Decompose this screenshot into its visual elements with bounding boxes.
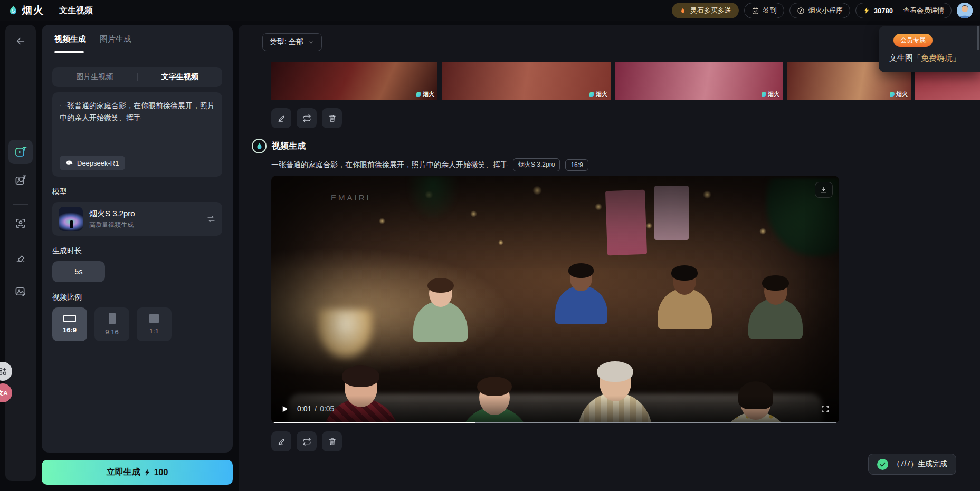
divider bbox=[898, 7, 898, 14]
filter-label: 类型: 全部 bbox=[270, 37, 303, 47]
avatar[interactable] bbox=[957, 3, 973, 18]
tab-video-generation[interactable]: 视频生成 bbox=[54, 34, 86, 53]
llm-chip-label: Deepseek-R1 bbox=[77, 159, 119, 167]
rail-divider bbox=[13, 204, 28, 205]
miniapp-label: 烟火小程序 bbox=[808, 6, 843, 15]
model-name: 烟火S 3.2pro bbox=[89, 209, 135, 219]
watermark-text: 烟火 bbox=[596, 90, 607, 98]
video-section-header: 视频生成 bbox=[252, 139, 306, 153]
nav-image-edit[interactable] bbox=[15, 285, 27, 297]
time-current: 0:01 bbox=[297, 405, 311, 413]
duration-label: 生成时长 bbox=[52, 246, 222, 256]
generation-status-toast: （7/7）生成完成 bbox=[868, 454, 956, 475]
nav-text-to-image[interactable] bbox=[15, 174, 27, 186]
check-icon bbox=[877, 459, 888, 470]
watermark-logo-icon bbox=[890, 92, 895, 97]
prompt-input[interactable]: 一张普通的家庭合影，在你眼前徐徐展开，照片中的亲人开始微笑、挥手 Deepsee… bbox=[52, 92, 222, 177]
result-thumbnail[interactable]: 烟火 bbox=[271, 62, 437, 100]
watermark-logo-icon bbox=[589, 92, 594, 97]
member-detail-link: 查看会员详情 bbox=[903, 6, 944, 15]
result-meta: 一张普通的家庭合影，在你眼前徐徐展开，照片中的亲人开始微笑、挥手 烟火S 3.2… bbox=[271, 158, 588, 171]
mode-toggle: 图片生视频 文字生视频 bbox=[52, 67, 222, 87]
download-button[interactable] bbox=[815, 182, 833, 198]
left-rail bbox=[5, 25, 36, 481]
delete-button[interactable] bbox=[322, 108, 342, 128]
ratio-tag: 16:9 bbox=[565, 159, 588, 171]
checkin-button[interactable]: 签到 bbox=[744, 3, 784, 18]
cost-lightning-icon bbox=[144, 469, 151, 476]
credits-button[interactable]: 30780 查看会员详情 bbox=[855, 3, 952, 18]
duration-option-5s[interactable]: 5s bbox=[52, 261, 105, 282]
member-dropdown-item[interactable]: 文生图「免费嗨玩」 bbox=[889, 53, 980, 63]
model-selector[interactable]: 烟火S 3.2pro 高质量视频生成 bbox=[52, 202, 222, 236]
ratio-9-16-icon bbox=[109, 313, 116, 324]
fullscreen-button[interactable] bbox=[821, 405, 830, 413]
watermark-text: 烟火 bbox=[423, 90, 434, 98]
miniapp-button[interactable]: 烟火小程序 bbox=[789, 3, 850, 18]
type-filter-dropdown[interactable]: 类型: 全部 bbox=[262, 33, 322, 51]
member-line-prefix: 文生图 bbox=[889, 53, 913, 62]
nav-eraser[interactable] bbox=[15, 252, 27, 264]
delete-button[interactable] bbox=[322, 431, 342, 451]
ratio-option-16-9[interactable]: 16:9 bbox=[52, 307, 87, 341]
ratio-1-1-label: 1:1 bbox=[149, 327, 159, 335]
topbar-actions: 灵石多买多送 签到 烟火小程序 30780 查看会员详情 bbox=[672, 3, 973, 18]
generate-cost: 100 bbox=[154, 468, 168, 477]
ratio-label: 视频比例 bbox=[52, 293, 222, 302]
section-title: 视频生成 bbox=[272, 141, 306, 152]
time-separator: / bbox=[315, 405, 317, 413]
whale-icon bbox=[65, 159, 73, 167]
back-button[interactable] bbox=[15, 35, 26, 47]
watermark-text: 烟火 bbox=[768, 90, 779, 98]
member-badge: 会员专属 bbox=[893, 34, 933, 47]
brand[interactable]: 烟火 bbox=[7, 4, 44, 17]
generate-label: 立即生成 bbox=[107, 467, 140, 478]
regenerate-button[interactable] bbox=[297, 431, 317, 451]
mode-text-to-video[interactable]: 文字生视频 bbox=[138, 72, 223, 82]
ratio-16-9-label: 16:9 bbox=[63, 326, 77, 334]
edit-button[interactable] bbox=[271, 431, 291, 451]
play-button[interactable] bbox=[281, 405, 289, 413]
yanhuo-logo-icon bbox=[252, 139, 267, 153]
video-controls: 0:01 / 0:05 bbox=[271, 396, 839, 422]
nav-text-to-video[interactable] bbox=[8, 140, 33, 164]
prompt-text: 一张普通的家庭合影，在你眼前徐徐展开，照片中的亲人开始微笑、挥手 bbox=[60, 100, 215, 124]
nav-face-swap[interactable] bbox=[15, 217, 27, 229]
deepseek-chip[interactable]: Deepseek-R1 bbox=[60, 156, 125, 170]
scrollbar[interactable] bbox=[977, 26, 979, 50]
result-thumbnail[interactable]: 烟火 bbox=[442, 62, 611, 100]
lightning-icon bbox=[863, 7, 870, 14]
image-actions bbox=[271, 108, 342, 128]
mode-image-to-video[interactable]: 图片生视频 bbox=[52, 72, 137, 82]
fire-icon bbox=[679, 7, 687, 14]
promo-button[interactable]: 灵石多买多送 bbox=[672, 3, 739, 18]
panel-tabs: 视频生成 图片生成 bbox=[42, 25, 233, 53]
checkin-label: 签到 bbox=[763, 6, 777, 15]
page-title: 文生视频 bbox=[59, 5, 93, 16]
topbar: 烟火 文生视频 灵石多买多送 签到 烟火小程序 30780 bbox=[0, 0, 980, 21]
generate-button[interactable]: 立即生成 100 bbox=[42, 460, 233, 485]
regenerate-button[interactable] bbox=[297, 108, 317, 128]
ratio-option-9-16[interactable]: 9:16 bbox=[94, 307, 129, 341]
miniprogram-icon bbox=[797, 7, 805, 15]
translate-icon: 文A bbox=[0, 389, 7, 397]
model-thumbnail bbox=[59, 207, 83, 231]
ratio-option-1-1[interactable]: 1:1 bbox=[137, 307, 172, 341]
edit-button[interactable] bbox=[271, 108, 291, 128]
swap-model-icon[interactable] bbox=[206, 214, 216, 224]
tab-image-generation[interactable]: 图片生成 bbox=[100, 34, 131, 53]
progress-played[interactable] bbox=[271, 422, 475, 423]
watermark-text: 烟火 bbox=[896, 90, 908, 98]
video-player[interactable]: EMAIRI 0:01 / 0:05 bbox=[271, 176, 839, 423]
model-label: 模型 bbox=[52, 187, 222, 197]
status-text: （7/7）生成完成 bbox=[893, 459, 947, 469]
video-actions bbox=[271, 431, 342, 451]
calendar-check-icon bbox=[751, 7, 759, 15]
credits-count: 30780 bbox=[874, 7, 893, 15]
result-thumbnail[interactable]: 烟火 bbox=[615, 62, 783, 100]
model-description: 高质量视频生成 bbox=[89, 220, 135, 229]
result-prompt: 一张普通的家庭合影，在你眼前徐徐展开，照片中的亲人开始微笑、挥手 bbox=[271, 160, 508, 170]
time-total: 0:05 bbox=[320, 405, 334, 413]
promo-label: 灵石多买多送 bbox=[690, 6, 731, 15]
member-dropdown: 会员专属 文生图「免费嗨玩」 bbox=[879, 26, 980, 72]
